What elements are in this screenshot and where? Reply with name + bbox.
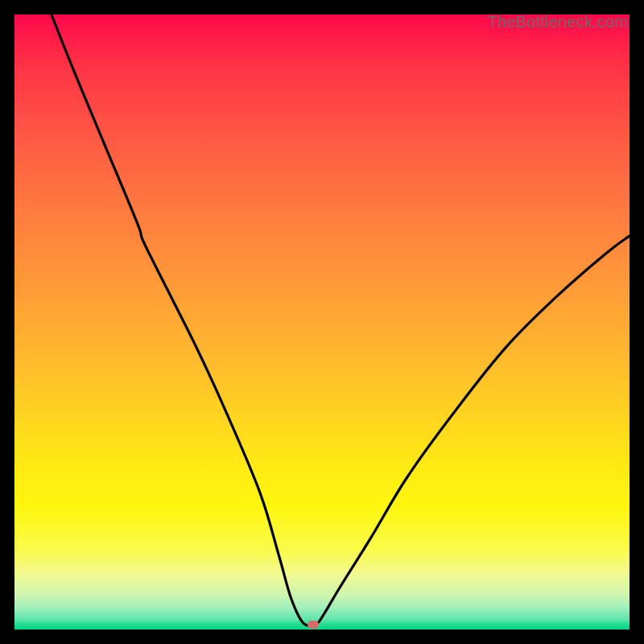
bottleneck-curve: [14, 14, 630, 630]
plot-area: TheBottleneck.com: [14, 14, 630, 630]
minimum-marker: [308, 621, 319, 629]
chart-frame: TheBottleneck.com: [0, 0, 644, 644]
